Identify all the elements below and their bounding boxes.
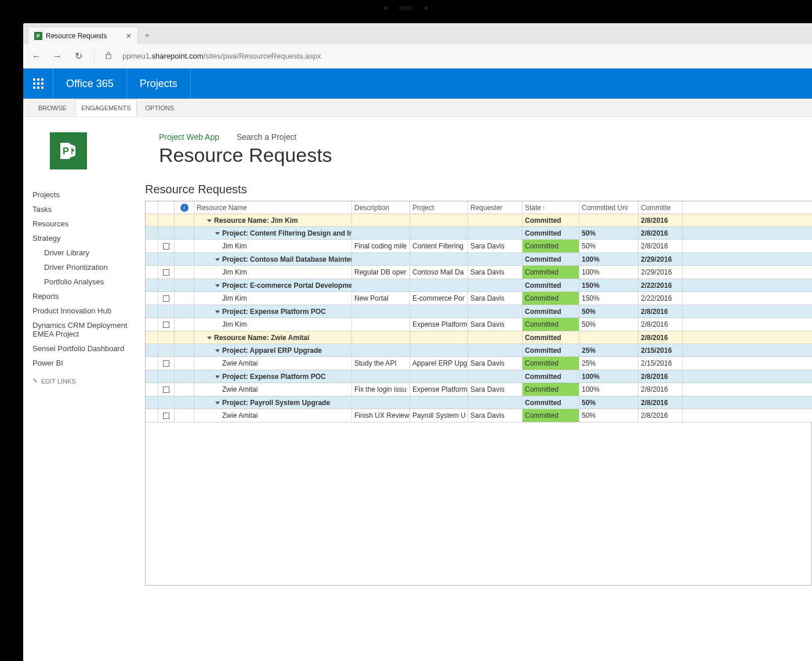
row-selector[interactable] bbox=[146, 253, 158, 265]
checkbox[interactable] bbox=[163, 413, 169, 419]
checkbox[interactable] bbox=[163, 269, 169, 276]
quick-launch-item[interactable]: Portfolio Analyses bbox=[32, 274, 136, 289]
caret-down-icon[interactable] bbox=[215, 232, 220, 235]
row-checkbox-cell[interactable] bbox=[158, 357, 175, 370]
quick-launch-item[interactable]: Resources bbox=[32, 216, 136, 231]
checkbox[interactable] bbox=[163, 387, 169, 393]
col-committed-units[interactable]: Committed Uni bbox=[579, 201, 639, 214]
ribbon-tab-engagements[interactable]: ENGAGEMENTS bbox=[75, 99, 137, 117]
checkbox[interactable] bbox=[163, 360, 169, 367]
address-bar[interactable]: ppmeu1.sharepoint.com/sites/pwa/Resource… bbox=[122, 52, 321, 60]
quick-launch-item[interactable]: Sensei Portfolio Dashboard bbox=[32, 341, 136, 356]
table-row[interactable]: Zwie AmitaiFix the login issuExpense Pla… bbox=[146, 383, 812, 396]
breadcrumb-root[interactable]: Project Web App bbox=[159, 132, 219, 142]
row-checkbox-cell[interactable] bbox=[158, 409, 175, 422]
row-selector[interactable] bbox=[146, 292, 158, 305]
row-checkbox-cell[interactable] bbox=[158, 292, 175, 305]
app-launcher-icon[interactable] bbox=[23, 68, 53, 99]
row-selector[interactable] bbox=[146, 344, 158, 356]
row-selector[interactable] bbox=[146, 331, 158, 344]
table-row[interactable]: Resource Name: Zwie AmitaiCommitted2/8/2… bbox=[146, 331, 812, 344]
quick-launch-item[interactable]: Driver Library bbox=[32, 245, 136, 260]
caret-down-icon[interactable] bbox=[215, 258, 220, 261]
caret-down-icon[interactable] bbox=[215, 375, 220, 378]
ribbon-tab-options[interactable]: OPTIONS bbox=[139, 100, 180, 116]
row-checkbox-cell[interactable] bbox=[158, 227, 175, 239]
table-row[interactable]: Project: Expense Platform POCCommitted10… bbox=[146, 370, 812, 383]
caret-down-icon[interactable] bbox=[215, 310, 220, 313]
quick-launch-item[interactable]: Reports bbox=[32, 289, 136, 304]
table-row[interactable]: Jim KimFinal coding mileContent Filterin… bbox=[146, 240, 812, 253]
checkbox[interactable] bbox=[163, 295, 169, 302]
row-checkbox-cell[interactable] bbox=[158, 253, 175, 265]
suite-brand[interactable]: Office 365 bbox=[53, 68, 127, 99]
forward-icon[interactable]: → bbox=[52, 51, 63, 62]
row-selector[interactable] bbox=[146, 396, 158, 409]
quick-launch-item[interactable]: Dynamics CRM Deployment EMEA Project bbox=[32, 318, 136, 341]
table-row[interactable]: Jim KimNew PortalE-commerce PorSara Davi… bbox=[146, 292, 812, 305]
suite-app-name[interactable]: Projects bbox=[127, 68, 191, 99]
row-checkbox-cell[interactable] bbox=[158, 266, 175, 279]
row-selector[interactable] bbox=[146, 240, 158, 252]
row-checkbox-cell[interactable] bbox=[158, 331, 175, 344]
col-project[interactable]: Project bbox=[410, 201, 468, 214]
caret-down-icon[interactable] bbox=[207, 337, 212, 339]
caret-down-icon[interactable] bbox=[215, 284, 220, 287]
row-selector[interactable] bbox=[146, 318, 158, 331]
row-selector[interactable] bbox=[146, 279, 158, 291]
table-row[interactable]: Project: Contoso Mail Database MaintenCo… bbox=[146, 253, 812, 266]
row-selector[interactable] bbox=[146, 214, 158, 226]
col-resource-name[interactable]: Resource Name bbox=[194, 201, 352, 214]
checkbox[interactable] bbox=[163, 243, 169, 250]
row-selector-header[interactable] bbox=[146, 201, 158, 214]
checkbox-header[interactable] bbox=[158, 201, 175, 214]
col-requester[interactable]: Requester bbox=[468, 201, 523, 214]
table-row[interactable]: Jim KimRegular DB operContoso Mail DaSar… bbox=[146, 266, 812, 279]
browser-tab[interactable]: P Resource Requests ✕ bbox=[28, 27, 138, 44]
table-row[interactable]: Project: Payroll System UpgradeCommitted… bbox=[146, 396, 812, 409]
row-selector[interactable] bbox=[146, 383, 158, 396]
info-header[interactable]: i bbox=[175, 201, 194, 214]
row-selector[interactable] bbox=[146, 227, 158, 239]
ribbon-tab-browse[interactable]: BROWSE bbox=[32, 100, 72, 116]
col-description[interactable]: Description bbox=[352, 201, 410, 214]
caret-down-icon[interactable] bbox=[215, 349, 220, 352]
table-row[interactable]: Project: E-commerce Portal DevelopmenCom… bbox=[146, 279, 812, 292]
row-checkbox-cell[interactable] bbox=[158, 240, 175, 252]
caret-down-icon[interactable] bbox=[207, 219, 212, 222]
refresh-icon[interactable]: ↻ bbox=[73, 50, 84, 62]
quick-launch-item[interactable]: Projects bbox=[32, 187, 136, 202]
close-icon[interactable]: ✕ bbox=[126, 32, 132, 40]
row-checkbox-cell[interactable] bbox=[158, 318, 175, 331]
quick-launch-item[interactable]: Tasks bbox=[32, 202, 136, 216]
new-tab-button[interactable]: ＋ bbox=[138, 27, 155, 44]
edit-links[interactable]: ✎ EDIT LINKS bbox=[32, 370, 136, 385]
col-committed-date[interactable]: Committe bbox=[639, 201, 683, 214]
checkbox[interactable] bbox=[163, 322, 169, 328]
search-project-link[interactable]: Search a Project bbox=[237, 132, 297, 142]
row-checkbox-cell[interactable] bbox=[158, 279, 175, 291]
row-checkbox-cell[interactable] bbox=[158, 214, 175, 226]
quick-launch-item[interactable]: Product Innovation Hub bbox=[32, 304, 136, 318]
row-checkbox-cell[interactable] bbox=[158, 305, 175, 317]
table-row[interactable]: Project: Apparel ERP UpgradeCommitted25%… bbox=[146, 344, 812, 357]
row-checkbox-cell[interactable] bbox=[158, 370, 175, 382]
quick-launch-item[interactable]: Strategy bbox=[32, 231, 136, 245]
table-row[interactable]: Zwie AmitaiStudy the APIApparel ERP UpgS… bbox=[146, 357, 812, 370]
row-selector[interactable] bbox=[146, 370, 158, 382]
col-state[interactable]: State↑ bbox=[523, 201, 579, 214]
row-checkbox-cell[interactable] bbox=[158, 383, 175, 396]
table-row[interactable]: Jim KimExpense PlatformSara DavisCommitt… bbox=[146, 318, 812, 331]
caret-down-icon[interactable] bbox=[215, 402, 220, 404]
table-row[interactable]: Zwie AmitaiFinish UX ReviewPayroll Syste… bbox=[146, 409, 812, 422]
quick-launch-item[interactable]: Driver Prioritization bbox=[32, 260, 136, 274]
row-selector[interactable] bbox=[146, 409, 158, 422]
row-checkbox-cell[interactable] bbox=[158, 396, 175, 409]
row-selector[interactable] bbox=[146, 357, 158, 370]
back-icon[interactable]: ← bbox=[31, 51, 42, 62]
row-checkbox-cell[interactable] bbox=[158, 344, 175, 356]
table-row[interactable]: Project: Content Filtering Design and Im… bbox=[146, 227, 812, 240]
table-row[interactable]: Project: Expense Platform POCCommitted50… bbox=[146, 305, 812, 318]
table-row[interactable]: Resource Name: Jim KimCommitted2/8/2016 bbox=[146, 214, 812, 227]
row-selector[interactable] bbox=[146, 266, 158, 279]
